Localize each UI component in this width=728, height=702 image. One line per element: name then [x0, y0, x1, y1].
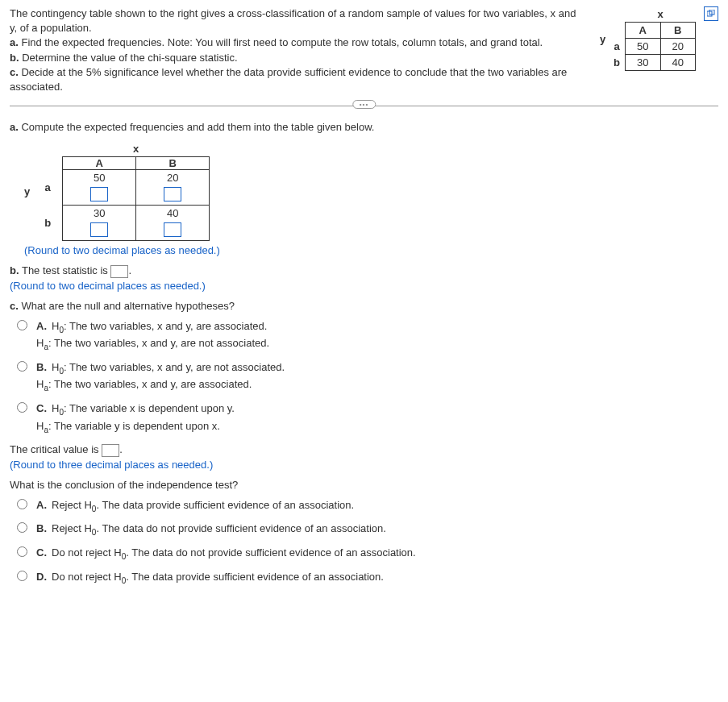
critical-value-line: The critical value is .: [10, 443, 718, 457]
expected-aa-input[interactable]: [90, 187, 108, 201]
part-b-line: b. The test statistic is .: [10, 264, 718, 278]
conclusion-option-D[interactable]: [17, 571, 27, 581]
hypothesis-option-text: A.H0: The two variables, x and y, are as…: [36, 318, 269, 353]
conclusion-option-text: B.Reject H0. The data do not provide suf…: [36, 521, 386, 538]
test-statistic-input[interactable]: [110, 265, 128, 278]
hypothesis-option-text: C.H0: The variable x is dependent upon y…: [36, 401, 235, 435]
question-prompt: The contingency table shown to the right…: [10, 6, 584, 94]
expected-ba-input[interactable]: [90, 222, 108, 237]
conclusion-option-text: D.Do not reject H0. The data provide suf…: [36, 569, 384, 587]
critical-value-input[interactable]: [102, 444, 119, 457]
conclusion-prompt: What is the conclusion of the independen…: [10, 479, 718, 491]
expected-bb-input[interactable]: [164, 222, 181, 237]
hypothesis-option-C[interactable]: [17, 402, 27, 413]
hypothesis-option-text: B.H0: The two variables, x and y, are no…: [36, 359, 285, 394]
hypothesis-option-A[interactable]: [17, 320, 27, 330]
expected-freq-table: x A B a 50 20 b 30 40: [33, 141, 210, 241]
part-a-hint: (Round to two decimal places as needed.): [24, 244, 718, 256]
y-axis-label: y: [600, 33, 605, 45]
part-a-prompt: a. a. Compute the expected frequencies a…: [10, 121, 718, 133]
answer-y-label: y: [24, 185, 30, 197]
expected-ab-input[interactable]: [164, 187, 181, 201]
part-c-prompt: c. What are the null and alternative hyp…: [10, 300, 718, 312]
expand-pill[interactable]: •••: [352, 100, 376, 109]
contingency-table: x A B a 50 20 b 30 40: [609, 6, 696, 71]
conclusion-option-C[interactable]: [17, 546, 27, 557]
section-divider: •••: [10, 106, 718, 106]
critical-hint: (Round to three decimal places as needed…: [10, 459, 718, 471]
popout-icon[interactable]: [704, 6, 718, 21]
conclusion-option-A[interactable]: [17, 499, 27, 509]
conclusion-option-B[interactable]: [17, 522, 27, 533]
part-b-hint: (Round to two decimal places as needed.): [10, 280, 718, 292]
conclusion-option-text: A.Reject H0. The data provide sufficient…: [36, 497, 354, 515]
hypothesis-option-B[interactable]: [17, 361, 27, 372]
conclusion-option-text: C.Do not reject H0. The data do not prov…: [36, 545, 416, 563]
